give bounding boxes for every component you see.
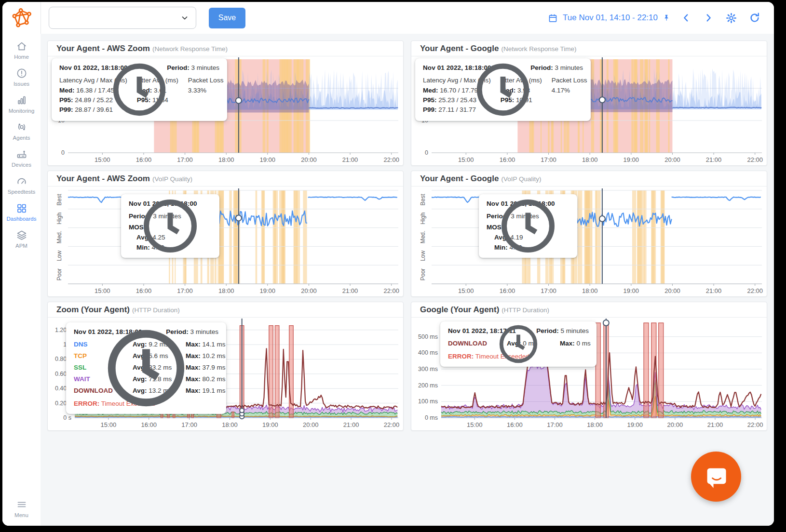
sidebar-item-menu[interactable]: Menu xyxy=(2,499,41,518)
svg-text:15:00: 15:00 xyxy=(95,156,110,163)
sidebar-item-label: Speedtests xyxy=(8,189,36,195)
clock-icon xyxy=(52,58,227,121)
clock-icon xyxy=(66,322,226,414)
chart-hover-tooltip: Nov 01 2022, 18:18:00Period: 3 minutesDN… xyxy=(66,322,226,414)
svg-text:0 ms: 0 ms xyxy=(425,414,438,421)
charts-grid: Your Agent - AWS Zoom(Network Response T… xyxy=(47,40,767,431)
chat-launcher-button[interactable] xyxy=(691,452,741,502)
svg-text:20:00: 20:00 xyxy=(664,287,680,294)
dashboard-content: Your Agent - AWS Zoom(Network Response T… xyxy=(41,34,774,526)
sidebar-item-devices[interactable]: Devices xyxy=(2,148,41,168)
svg-text:19:00: 19:00 xyxy=(260,287,276,294)
chart-card-header: Google (Your Agent)(HTTP Duration) xyxy=(411,302,767,318)
home-icon xyxy=(16,40,27,52)
chart-card-header: Your Agent - AWS Zoom(Network Response T… xyxy=(48,41,403,56)
pin-icon[interactable] xyxy=(663,14,670,22)
app-window: Save Tue Nov 01, 14:10 - 22:10 HomeIssue… xyxy=(2,2,774,526)
settings-button[interactable] xyxy=(724,11,738,25)
chart-canvas[interactable]: 15:0016:0017:0018:0019:0020:0021:0022:00… xyxy=(411,186,767,296)
chart-card-header: Your Agent - Google(VoIP Quality) xyxy=(411,171,767,186)
svg-text:17:00: 17:00 xyxy=(177,156,193,163)
svg-text:Best: Best xyxy=(56,194,63,206)
sidebar-item-label: Agents xyxy=(13,135,30,141)
date-range-picker[interactable]: Tue Nov 01, 14:10 - 22:10 xyxy=(548,13,670,23)
chart-hover-tooltip: Nov 01 2022, 18:18:00Period: 3 minutesLa… xyxy=(415,58,591,121)
svg-text:0: 0 xyxy=(425,149,428,156)
chat-bubble-icon xyxy=(704,464,729,489)
svg-text:22:00: 22:00 xyxy=(384,421,400,428)
sidebar-item-apm[interactable]: APM xyxy=(2,229,41,249)
next-range-button[interactable] xyxy=(702,12,715,24)
agents-icon xyxy=(16,121,27,133)
svg-text:15:00: 15:00 xyxy=(95,287,110,294)
svg-text:Poor: Poor xyxy=(420,268,426,280)
svg-text:Best: Best xyxy=(420,194,426,206)
svg-text:21:00: 21:00 xyxy=(707,421,723,428)
chart-subtitle: (HTTP Duration) xyxy=(132,306,180,314)
chart-plot-area: 15:0016:0017:0018:0019:0020:0021:0022:00… xyxy=(48,56,403,165)
chart-title: Zoom (Your Agent) xyxy=(56,305,130,314)
sidebar-nav: HomeIssuesMonitoringAgentsDevicesSpeedte… xyxy=(2,34,41,526)
svg-text:16:00: 16:00 xyxy=(136,287,152,294)
dashboard-select[interactable] xyxy=(49,7,196,29)
sidebar-item-monitoring[interactable]: Monitoring xyxy=(2,94,41,114)
svg-text:100 ms: 100 ms xyxy=(418,398,438,405)
chart-plot-area: 15:0016:0017:0018:0019:0020:0021:0022:00… xyxy=(48,186,403,296)
svg-text:16:00: 16:00 xyxy=(500,287,515,294)
chart-subtitle: (HTTP Duration) xyxy=(501,306,549,314)
chart-card-1: Your Agent - Google(Network Response Tim… xyxy=(411,40,767,166)
sidebar-item-home[interactable]: Home xyxy=(2,40,41,60)
clock-icon xyxy=(440,321,596,367)
speedtests-icon xyxy=(16,175,27,187)
svg-text:18:00: 18:00 xyxy=(587,421,603,428)
clock-icon xyxy=(121,194,219,258)
app-logo[interactable] xyxy=(2,2,41,34)
svg-text:22:00: 22:00 xyxy=(383,287,399,294)
chart-plot-area: 15:0016:0017:0018:0019:0020:0021:0022:00… xyxy=(411,56,767,165)
chart-card-0: Your Agent - AWS Zoom(Network Response T… xyxy=(47,40,404,166)
svg-text:21:00: 21:00 xyxy=(706,287,722,294)
svg-text:18:00: 18:00 xyxy=(222,421,238,428)
calendar-icon xyxy=(548,13,558,23)
svg-text:20:00: 20:00 xyxy=(664,156,680,163)
sidebar-item-agents[interactable]: Agents xyxy=(2,121,41,141)
svg-text:High: High xyxy=(420,213,426,225)
sidebar-item-label: Issues xyxy=(14,81,29,87)
svg-text:16:00: 16:00 xyxy=(500,156,515,163)
issues-icon xyxy=(16,67,27,79)
svg-text:22:00: 22:00 xyxy=(747,156,763,163)
svg-text:16:00: 16:00 xyxy=(507,421,523,428)
chart-canvas[interactable]: 15:0016:0017:0018:0019:0020:0021:0022:00… xyxy=(48,186,403,296)
top-bar: Save Tue Nov 01, 14:10 - 22:10 xyxy=(2,2,774,34)
svg-text:200 ms: 200 ms xyxy=(418,382,438,389)
topbar-right-controls: Tue Nov 01, 14:10 - 22:10 xyxy=(548,11,761,25)
chart-hover-tooltip: Nov 01 2022, 18:18:00Period: 3 minutesLa… xyxy=(52,58,227,121)
svg-text:21:00: 21:00 xyxy=(342,156,358,163)
chart-title: Your Agent - AWS Zoom xyxy=(56,174,150,183)
refresh-icon xyxy=(749,12,760,24)
svg-text:21:00: 21:00 xyxy=(706,156,722,163)
svg-text:19:00: 19:00 xyxy=(262,421,278,428)
sidebar-item-dashboards[interactable]: Dashboards xyxy=(2,202,41,222)
svg-text:300 ms: 300 ms xyxy=(418,366,438,372)
svg-text:400 ms: 400 ms xyxy=(418,349,438,356)
svg-text:16:00: 16:00 xyxy=(136,156,152,163)
svg-text:20:00: 20:00 xyxy=(301,287,317,294)
chevron-left-icon xyxy=(681,13,691,23)
chart-subtitle: (VoIP Quality) xyxy=(501,175,541,183)
sidebar-item-label: Monitoring xyxy=(9,108,35,114)
chart-hover-tooltip: Nov 01 2022, 18:18:00Period: 3 minutesMO… xyxy=(121,194,219,258)
sidebar-item-speedtests[interactable]: Speedtests xyxy=(2,175,41,195)
refresh-button[interactable] xyxy=(748,11,761,25)
dashboards-icon xyxy=(16,202,27,214)
clock-icon xyxy=(415,58,591,121)
svg-text:Low: Low xyxy=(420,250,426,261)
prev-range-button[interactable] xyxy=(680,12,692,24)
sidebar-item-label: Menu xyxy=(14,512,28,518)
save-button[interactable]: Save xyxy=(209,8,245,28)
monitoring-icon xyxy=(16,94,27,106)
svg-text:15:00: 15:00 xyxy=(101,421,117,428)
svg-text:15:00: 15:00 xyxy=(467,421,483,428)
chart-card-3: Your Agent - Google(VoIP Quality)15:0016… xyxy=(411,171,767,297)
sidebar-item-issues[interactable]: Issues xyxy=(2,67,41,87)
